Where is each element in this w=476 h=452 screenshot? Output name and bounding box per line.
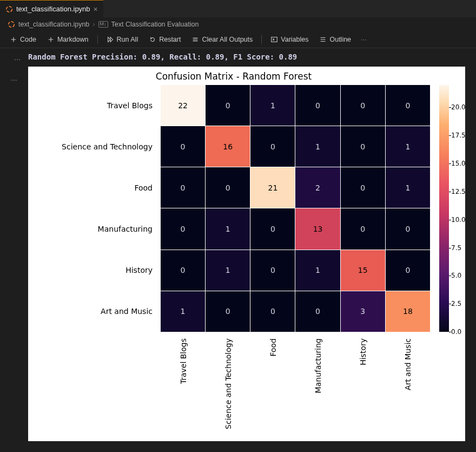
heatmap-cell: 22 [161,85,205,126]
plus-icon [10,36,17,43]
heatmap-cell: 0 [250,291,295,332]
y-tick-label: History [28,250,157,291]
heatmap-cell: 2 [295,167,340,208]
stdout-text: Random Forest Precision: 0.89, Recall: 0… [28,53,465,61]
y-tick-label: Food [28,167,157,208]
clear-icon [191,36,199,43]
toolbar-label: Markdown [57,36,89,43]
heatmap-cell: 0 [250,250,295,291]
x-tick-label: Science and Technology [206,335,250,438]
heatmap-cell: 0 [386,85,430,126]
separator [97,35,98,44]
heatmap-cell: 0 [250,126,295,167]
toolbar-label: Variables [281,36,308,43]
plus-icon [47,36,55,43]
play-all-icon [107,36,114,43]
heatmap-cell: 0 [295,291,340,332]
colorbar-tick: 7.5 [451,244,461,252]
cell-output: ··· ··· Random Forest Precision: 0.89, R… [0,48,476,441]
close-icon[interactable]: × [94,5,98,14]
restart-button[interactable]: Restart [144,35,185,44]
colorbar-tick: 17.5 [451,132,466,139]
colorbar [439,85,449,332]
restart-icon [149,36,156,43]
svg-point-1 [9,22,15,28]
add-code-button[interactable]: Code [5,35,41,44]
heatmap-cell: 15 [341,250,385,291]
heatmap-cell: 0 [341,126,385,167]
colorbar-tick: 15.0 [451,160,466,167]
heatmap-cell: 0 [341,208,385,249]
colorbar-tick: 10.0 [451,216,466,224]
x-tick-label: Travel Blogs [161,335,206,438]
variables-icon [270,36,278,43]
variables-button[interactable]: Variables [266,35,313,44]
heatmap-cell: 1 [161,291,205,332]
notebook-icon [8,21,15,28]
plot-title: Confusion Matrix - Random Forest [28,71,439,82]
heatmap-cell: 0 [161,208,205,249]
heatmap-cell: 1 [206,208,250,249]
breadcrumb-file[interactable]: text_classification.ipynb [18,21,89,28]
y-tick-label: Manufacturing [28,208,157,250]
heatmap-cell: 0 [250,208,295,249]
markdown-icon: M↓ [98,21,108,28]
heatmap-cell: 0 [161,126,205,167]
heatmap-cell: 13 [295,208,340,249]
clear-outputs-button[interactable]: Clear All Outputs [187,35,257,44]
colorbar-tick: 20.0 [451,103,466,111]
heatmap-cell: 1 [295,250,340,291]
heatmap-cell: 1 [206,250,250,291]
notebook-icon [5,5,13,13]
heatmap-cell: 0 [206,85,250,126]
heatmap-cell: 0 [386,208,430,249]
x-axis-labels: Travel BlogsScience and TechnologyFoodMa… [161,335,430,438]
heatmap-cell: 0 [341,167,385,208]
svg-point-0 [6,6,12,12]
heatmap-cell: 16 [206,126,250,167]
heatmap-cell: 1 [386,167,430,208]
heatmap-grid: 2201000016010100212010101300010115010003… [161,85,430,332]
y-tick-label: Art and Music [28,291,157,332]
notebook-toolbar: Code Markdown Run All Restart Clear All … [0,31,476,48]
separator [261,35,262,44]
colorbar-tick: 2.5 [451,300,461,307]
cell-gutter: ··· ··· [11,53,21,441]
add-markdown-button[interactable]: Markdown [43,35,93,44]
heatmap-cell: 0 [206,167,250,208]
heatmap-cell: 3 [341,291,385,332]
y-tick-label: Travel Blogs [28,85,157,126]
colorbar-tick: 5.0 [451,272,461,279]
heatmap-cell: 1 [250,85,295,126]
tab-notebook[interactable]: text_classification.ipynb × [0,0,103,17]
confusion-matrix-plot: Confusion Matrix - Random Forest Travel … [28,67,465,441]
outline-button[interactable]: Outline [315,35,355,44]
toolbar-label: Code [20,36,36,43]
x-tick-label: History [340,335,385,438]
x-tick-label: Manufacturing [295,335,340,438]
x-tick-label: Food [250,335,295,438]
heatmap-cell: 0 [295,85,340,126]
colorbar-tick: 0.0 [451,328,461,336]
chevron-right-icon: › [92,21,95,28]
breadcrumb: text_classification.ipynb › M↓ Text Clas… [0,18,476,31]
heatmap-cell: 18 [386,291,430,332]
heatmap-cell: 0 [386,250,430,291]
svg-rect-2 [272,37,277,42]
breadcrumb-cell[interactable]: Text Classification Evaluation [111,21,199,28]
y-axis-labels: Travel BlogsScience and TechnologyFoodMa… [28,85,157,332]
heatmap-cell: 1 [386,126,430,167]
heatmap-cell: 0 [161,250,205,291]
colorbar-labels: 0.02.55.07.510.012.515.017.520.0 [451,85,473,332]
heatmap-cell: 0 [161,167,205,208]
heatmap-cell: 0 [206,291,250,332]
tab-bar: text_classification.ipynb × [0,0,476,18]
x-tick-label: Art and Music [385,335,430,438]
tab-label: text_classification.ipynb [16,5,90,13]
toolbar-label: Restart [159,36,181,43]
run-all-button[interactable]: Run All [102,35,143,44]
heatmap-cell: 0 [341,85,385,126]
heatmap-cell: 1 [295,126,340,167]
colorbar-tick: 12.5 [451,188,466,195]
more-icon[interactable]: ··· [358,36,369,43]
